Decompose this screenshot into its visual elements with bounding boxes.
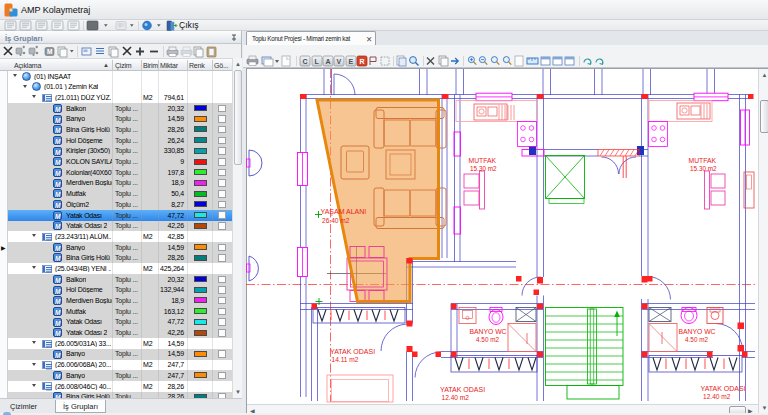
svg-text:A: A: [326, 58, 331, 65]
svg-text:26.40 m2: 26.40 m2: [322, 217, 350, 224]
svg-text:E: E: [349, 58, 354, 65]
svg-text:Çıkış: Çıkış: [179, 20, 199, 30]
svg-text:L: L: [315, 58, 320, 65]
svg-text:15.30 m2: 15.30 m2: [690, 165, 717, 172]
svg-text:YATAK ODASI: YATAK ODASI: [330, 348, 375, 355]
svg-text:4.50 m2: 4.50 m2: [685, 336, 709, 343]
svg-text:12.40 m2: 12.40 m2: [442, 394, 470, 401]
svg-text:M: M: [47, 48, 52, 55]
svg-text:14.11 m2: 14.11 m2: [332, 356, 359, 363]
svg-text:V: V: [337, 58, 342, 65]
svg-text:BANYO WC: BANYO WC: [470, 328, 507, 335]
svg-text:YATAK ODASI: YATAK ODASI: [701, 385, 746, 392]
svg-text:C: C: [303, 58, 308, 65]
svg-text:4.50 m2: 4.50 m2: [476, 336, 500, 343]
svg-text:15.30 m2: 15.30 m2: [470, 165, 497, 172]
svg-text:MUTFAK: MUTFAK: [469, 157, 497, 164]
svg-text:MUTFAK: MUTFAK: [689, 157, 717, 164]
svg-text:BANYO WC: BANYO WC: [679, 328, 716, 335]
svg-text:YATAK ODASI: YATAK ODASI: [440, 386, 485, 393]
svg-text:R: R: [360, 58, 365, 65]
svg-text:12.40 m2: 12.40 m2: [703, 393, 731, 400]
svg-text:YAŞAM ALANI: YAŞAM ALANI: [321, 208, 367, 216]
